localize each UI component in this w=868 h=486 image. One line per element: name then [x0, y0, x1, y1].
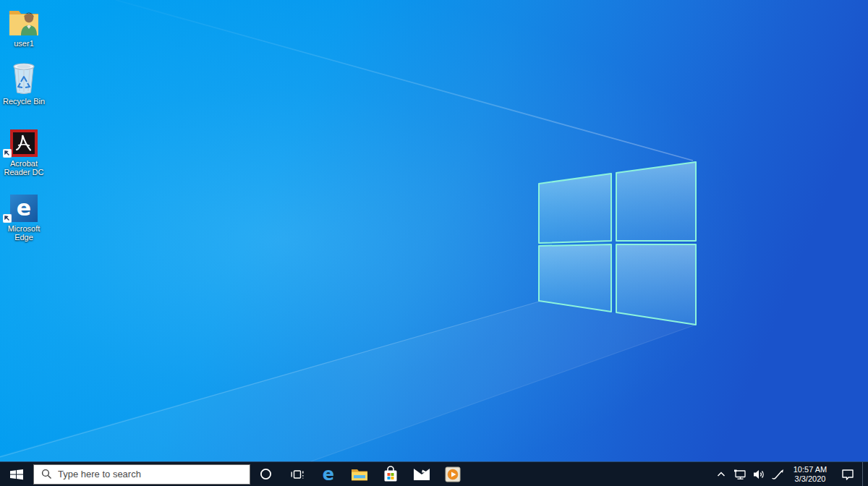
shortcut-arrow-icon — [3, 214, 12, 223]
start-button[interactable] — [0, 462, 33, 486]
screen: user1 Recycle Bin — [0, 0, 868, 486]
volume-tray-button[interactable] — [749, 462, 768, 486]
search-icon — [41, 469, 52, 479]
microsoft-store-icon — [383, 466, 399, 483]
recycle-bin-icon — [1, 59, 46, 95]
pen-icon — [771, 469, 784, 480]
windows-start-icon — [10, 468, 23, 481]
network-icon — [733, 469, 746, 480]
search-input[interactable] — [58, 466, 250, 483]
hidden-icons-chevron-icon — [716, 470, 726, 479]
desktop-background[interactable]: user1 Recycle Bin — [0, 0, 868, 461]
taskbar: e — [0, 461, 868, 486]
mail-button[interactable] — [406, 462, 437, 486]
desktop-icon-recycle-bin[interactable]: Recycle Bin — [1, 59, 46, 106]
hidden-icons-button[interactable] — [712, 462, 731, 486]
user-folder-icon — [1, 4, 46, 38]
cortana-button[interactable] — [250, 462, 281, 486]
file-explorer-icon — [351, 467, 368, 482]
desktop-icon-label: Recycle Bin — [2, 97, 46, 106]
clock-date: 3/3/2020 — [787, 474, 833, 484]
task-view-icon — [291, 469, 304, 480]
shortcut-arrow-icon — [3, 149, 12, 158]
clock-time: 10:57 AM — [787, 465, 833, 474]
svg-text:e: e — [17, 195, 31, 221]
desktop-icon-label: Microsoft Edge — [2, 224, 46, 242]
action-center-icon — [841, 469, 854, 480]
desktop-icon-microsoft-edge[interactable]: e Microsoft Edge — [1, 192, 46, 242]
edge-icon: e — [319, 465, 338, 484]
action-center-button[interactable] — [833, 462, 862, 486]
desktop-icon-label: user1 — [2, 39, 46, 48]
windows-ink-tray-button[interactable] — [768, 462, 787, 486]
media-player-icon — [445, 466, 461, 482]
file-explorer-button[interactable] — [344, 462, 375, 486]
desktop-icon-user1[interactable]: user1 — [1, 4, 46, 48]
edge-icon: e — [1, 192, 46, 223]
desktop-icon-label: Acrobat Reader DC — [2, 159, 46, 176]
edge-taskbar-button[interactable]: e — [312, 462, 344, 486]
task-view-button[interactable] — [281, 462, 312, 486]
network-tray-button[interactable] — [731, 462, 749, 486]
desktop-icon-acrobat-reader[interactable]: Acrobat Reader DC — [1, 127, 46, 176]
windows-light-wallpaper — [0, 0, 868, 461]
acrobat-reader-icon — [1, 127, 46, 158]
show-desktop-button[interactable] — [862, 462, 868, 486]
microsoft-store-button[interactable] — [375, 462, 406, 486]
volume-icon — [752, 469, 765, 480]
taskbar-search[interactable] — [33, 464, 250, 485]
mail-icon — [413, 468, 430, 481]
cortana-icon — [260, 468, 272, 480]
media-player-button[interactable] — [437, 462, 468, 486]
svg-text:e: e — [322, 465, 333, 484]
taskbar-clock[interactable]: 10:57 AM 3/3/2020 — [787, 464, 833, 484]
